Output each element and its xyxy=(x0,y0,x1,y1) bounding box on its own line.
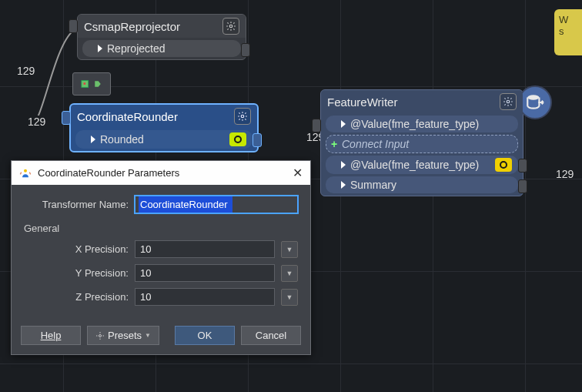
transformer-name-input[interactable] xyxy=(135,196,298,213)
annotation-snippet: W s xyxy=(554,9,582,55)
feature-count: 129 xyxy=(17,65,35,77)
svg-rect-1 xyxy=(84,82,86,85)
inspector-bookmark[interactable] xyxy=(72,72,111,95)
input-port[interactable]: @Value(fme_feature_type) xyxy=(326,116,518,132)
port-label: @Value(fme_feature_type) xyxy=(350,159,479,171)
feature-count: 129 xyxy=(28,116,45,128)
svg-point-7 xyxy=(99,334,102,337)
inspect-icon[interactable] xyxy=(495,158,512,172)
dialog-titlebar[interactable]: CoordinateRounder Parameters ✕ xyxy=(12,161,310,185)
name-label: Transformer Name: xyxy=(24,199,129,210)
x-precision-input[interactable] xyxy=(135,240,275,258)
port-label: @Value(fme_feature_type) xyxy=(350,118,479,130)
output-port-summary[interactable]: Summary xyxy=(326,176,518,193)
svg-point-4 xyxy=(527,95,539,100)
gear-icon[interactable] xyxy=(222,18,239,35)
section-general: General xyxy=(24,223,298,234)
inspect-icon[interactable] xyxy=(229,132,246,146)
output-port-feature[interactable]: @Value(fme_feature_type) xyxy=(326,156,518,174)
node-title-label: CoordinateRounder xyxy=(77,110,178,123)
port-label: Summary xyxy=(350,179,396,191)
close-icon[interactable]: ✕ xyxy=(293,166,303,180)
expand-icon xyxy=(98,45,102,52)
output-port-rounded[interactable]: Rounded xyxy=(75,130,253,149)
feature-count: 129 xyxy=(556,168,574,180)
x-precision-label: X Precision: xyxy=(24,243,129,255)
presets-button[interactable]: Presets ▼ xyxy=(87,326,159,345)
ok-button[interactable]: OK xyxy=(175,326,235,345)
plus-icon: + xyxy=(331,138,337,150)
connect-input[interactable]: + Connect Input xyxy=(326,135,518,153)
expand-icon xyxy=(341,161,346,169)
chevron-down-icon[interactable]: ▼ xyxy=(281,241,298,258)
chevron-down-icon[interactable]: ▼ xyxy=(281,289,298,306)
node-csmapreprojector[interactable]: CsmapReprojector Reprojected xyxy=(77,14,246,60)
svg-point-2 xyxy=(229,25,232,28)
svg-point-6 xyxy=(24,169,27,172)
expand-icon xyxy=(341,120,346,128)
transformer-icon xyxy=(19,167,32,179)
port-label: Connect Input xyxy=(342,138,409,150)
cancel-button[interactable]: Cancel xyxy=(241,326,301,345)
chevron-down-icon[interactable]: ▼ xyxy=(281,265,298,282)
z-precision-input[interactable] xyxy=(135,288,275,306)
parameters-dialog: CoordinateRounder Parameters ✕ Transform… xyxy=(11,160,311,355)
gear-icon xyxy=(95,331,105,340)
node-coordinaterounder[interactable]: CoordinateRounder Rounded xyxy=(69,103,259,152)
gear-icon[interactable] xyxy=(500,93,517,110)
z-precision-label: Z Precision: xyxy=(24,291,129,303)
expand-icon xyxy=(341,181,346,189)
port-label: Rounded xyxy=(100,133,144,146)
gear-icon[interactable] xyxy=(234,108,251,125)
dialog-title: CoordinateRounder Parameters xyxy=(38,167,179,179)
svg-point-3 xyxy=(241,115,244,118)
node-title-label: FeatureWriter xyxy=(327,95,397,109)
node-featurewriter[interactable]: FeatureWriter @Value(fme_feature_type) +… xyxy=(320,89,523,196)
expand-icon xyxy=(91,136,95,143)
writer-icon xyxy=(518,85,552,119)
chevron-down-icon: ▼ xyxy=(145,332,151,339)
y-precision-label: Y Precision: xyxy=(24,267,129,279)
help-button[interactable]: Help xyxy=(21,326,81,345)
y-precision-input[interactable] xyxy=(135,264,275,282)
output-port-reprojected[interactable]: Reprojected xyxy=(82,40,241,57)
port-label: Reprojected xyxy=(107,42,166,55)
node-title-label: CsmapReprojector xyxy=(84,20,180,33)
svg-point-5 xyxy=(507,100,510,103)
